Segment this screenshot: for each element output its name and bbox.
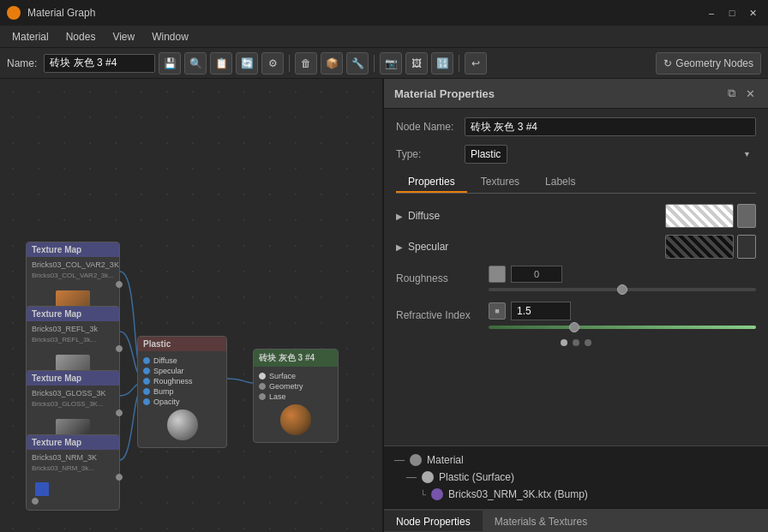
image-icon[interactable]: 🖼 — [405, 52, 428, 75]
menu-material[interactable]: Material — [3, 29, 57, 45]
node-plastic-body: Diffuse Specular Roughness Bump Opacity — [138, 351, 226, 447]
diffuse-label: Diffuse — [408, 210, 440, 222]
property-tabs: Properties Textures Labels — [396, 172, 756, 194]
title-bar: Material Graph – □ ✕ — [0, 0, 768, 26]
type-select[interactable]: Plastic — [465, 145, 507, 164]
undo-icon[interactable]: ↩ — [465, 52, 487, 75]
specular-header[interactable]: ▶ Specular — [396, 237, 448, 256]
tree-icon-nrm — [431, 488, 443, 500]
camera-icon[interactable]: 📷 — [380, 52, 402, 75]
geometry-nodes-icon: ↻ — [663, 57, 672, 69]
app-title: Material Graph — [27, 7, 95, 19]
toolbar-sep-3 — [459, 55, 459, 72]
menu-nodes[interactable]: Nodes — [57, 29, 105, 45]
bottom-tab-node-properties[interactable]: Node Properties — [384, 511, 483, 531]
specular-section: ▶ Specular — [396, 235, 756, 259]
refractive-index-input[interactable] — [511, 302, 571, 320]
refractive-icon: ■ — [489, 302, 506, 320]
specular-row: ▶ Specular — [396, 235, 756, 259]
plastic-bump-socket — [143, 388, 150, 395]
node-material-header: 砖块 灰色 3 #4 — [254, 350, 338, 367]
node-nrm-header: Texture Map — [27, 435, 119, 450]
roughness-color-box[interactable] — [489, 266, 506, 283]
copy-icon[interactable]: 📋 — [210, 52, 232, 75]
tree-icon-plastic — [422, 471, 434, 483]
toolbar-sep-1 — [289, 55, 290, 72]
menu-view[interactable]: View — [104, 29, 143, 45]
maximize-button[interactable]: □ — [723, 4, 741, 21]
node-name-label: Node Name: — [396, 121, 465, 133]
settings-icon[interactable]: ⚙ — [261, 52, 284, 75]
refractive-slider-track[interactable] — [489, 326, 756, 329]
gloss-output-socket — [116, 409, 123, 416]
node-name-row: Node Name: — [396, 117, 756, 136]
roughness-slider-container — [489, 266, 756, 291]
node-plastic[interactable]: Plastic Diffuse Specular Roughness Bump — [137, 336, 227, 448]
node-name-input[interactable] — [465, 117, 756, 136]
wrench-icon[interactable]: 🔧 — [346, 52, 369, 75]
roughness-value-input[interactable] — [511, 266, 562, 283]
tree-dash-nrm: └ — [420, 490, 426, 499]
type-label: Type: — [396, 148, 465, 160]
node-nrm[interactable]: Texture Map Bricks03_NRM_3K Bricks03_NRM… — [26, 434, 120, 511]
tree-icon-material — [410, 454, 422, 466]
roughness-slider-thumb[interactable] — [617, 284, 627, 295]
node-material[interactable]: 砖块 灰色 3 #4 Surface Geometry Lase — [253, 349, 339, 443]
refl-output-socket — [116, 345, 123, 352]
close-button[interactable]: ✕ — [744, 4, 761, 21]
panel-content: Node Name: Type: Plastic Properties Text… — [384, 109, 768, 445]
save-icon[interactable]: 💾 — [159, 52, 181, 75]
nrm-input-socket — [32, 498, 39, 505]
geometry-nodes-button[interactable]: ↻ Geometry Nodes — [656, 52, 761, 75]
node-col-header: Texture Map — [27, 242, 119, 257]
menu-window[interactable]: Window — [143, 29, 197, 45]
package-icon[interactable]: 📦 — [321, 52, 343, 75]
tree-item-nrm[interactable]: └ Bricks03_NRM_3K.ktx (Bump) — [393, 486, 759, 503]
bottom-tab-materials-textures[interactable]: Materials & Textures — [483, 511, 600, 531]
tab-textures[interactable]: Textures — [469, 172, 531, 193]
tree-item-plastic[interactable]: — Plastic (Surface) — [393, 469, 759, 486]
properties-panel: Material Properties ⧉ ✕ Node Name: Type:… — [382, 79, 768, 532]
node-refl-header: Texture Map — [27, 307, 119, 321]
tab-labels[interactable]: Labels — [533, 172, 587, 193]
node-gloss-header: Texture Map — [27, 371, 119, 386]
tree-label-material: Material — [427, 454, 464, 466]
diffuse-header[interactable]: ▶ Diffuse — [396, 206, 440, 225]
refractive-index-row: Refractive Index ■ — [396, 302, 756, 329]
tree-section: — Material — Plastic (Surface) └ Bricks0… — [384, 445, 768, 508]
search-icon[interactable]: 🔍 — [184, 52, 207, 75]
node-material-body: Surface Geometry Lase — [254, 367, 338, 442]
mat-surface-socket — [259, 373, 266, 380]
node-nrm-body: Bricks03_NRM_3K Bricks03_NRM_3k... — [27, 450, 119, 510]
node-canvas[interactable]: Texture Map Bricks03_COL_VAR2_3K Bricks0… — [0, 79, 382, 532]
diffuse-color-btn[interactable] — [737, 204, 756, 228]
title-bar-left: Material Graph — [7, 6, 95, 20]
panel-close-button[interactable]: ✕ — [742, 86, 758, 101]
dot-2[interactable] — [573, 339, 579, 346]
dot-1[interactable] — [561, 339, 567, 346]
toolbar-sep-2 — [374, 55, 375, 72]
name-label: Name: — [7, 57, 37, 69]
refractive-slider-thumb[interactable] — [569, 322, 579, 332]
specular-arrow: ▶ — [396, 242, 403, 252]
plastic-diffuse-socket — [143, 357, 150, 364]
tree-item-material[interactable]: — Material — [393, 451, 759, 469]
roughness-slider-track[interactable] — [489, 288, 756, 291]
delete-icon[interactable]: 🗑 — [295, 52, 317, 75]
roughness-row: Roughness — [396, 266, 756, 291]
specular-color-btn[interactable] — [737, 235, 756, 259]
dot-3[interactable] — [585, 339, 591, 346]
name-input[interactable] — [44, 54, 155, 73]
nrm-output-socket — [116, 474, 123, 481]
refresh-icon[interactable]: 🔄 — [236, 52, 258, 75]
mat-geometry-socket — [259, 383, 266, 390]
panel-header: Material Properties ⧉ ✕ — [384, 79, 768, 109]
diffuse-swatch[interactable] — [665, 204, 734, 228]
panel-expand-button[interactable]: ⧉ — [723, 86, 739, 101]
refractive-index-label: Refractive Index — [396, 309, 482, 321]
specular-swatch[interactable] — [665, 235, 734, 259]
refractive-top: ■ — [489, 302, 756, 320]
number-icon[interactable]: 🔢 — [431, 52, 453, 75]
tab-properties[interactable]: Properties — [396, 172, 467, 193]
minimize-button[interactable]: – — [703, 4, 720, 21]
